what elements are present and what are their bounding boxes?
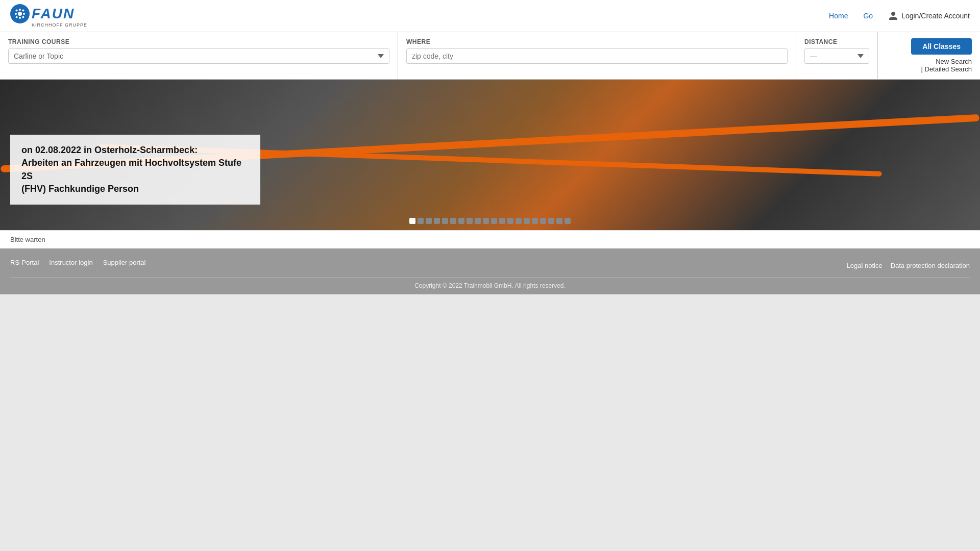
- footer-supplier-portal[interactable]: Supplier portal: [103, 259, 146, 266]
- hero-section: on 02.08.2022 in Osterholz-Scharmbeck:Ar…: [0, 80, 980, 230]
- hero-caption: on 02.08.2022 in Osterholz-Scharmbeck:Ar…: [10, 135, 260, 205]
- search-divider: | Detailed Search: [921, 65, 972, 73]
- search-actions: All Classes New Search | Detailed Search: [878, 32, 980, 79]
- status-text: Bitte warten: [10, 236, 45, 243]
- svg-point-8: [16, 16, 18, 18]
- carousel-dot-15[interactable]: [532, 218, 538, 224]
- site-footer: RS-Portal Instructor login Supplier port…: [0, 248, 980, 294]
- where-label: WHERE: [406, 38, 788, 45]
- carousel-dot-1[interactable]: [418, 218, 424, 224]
- footer-right-links: Legal notice Data protection declaration: [847, 262, 970, 269]
- carousel-dot-16[interactable]: [540, 218, 546, 224]
- footer-legal-notice[interactable]: Legal notice: [847, 262, 883, 269]
- logo-area: FAUN KIRCHHOFF GRUPPE: [10, 4, 87, 28]
- svg-point-3: [15, 13, 17, 15]
- training-course-section: Training Course Carline or Topic: [0, 32, 398, 79]
- status-bar: Bitte warten: [0, 230, 980, 248]
- carousel-dots: [409, 218, 571, 224]
- where-input[interactable]: [406, 48, 788, 64]
- footer-row: RS-Portal Instructor login Supplier port…: [10, 259, 970, 272]
- logo-icon: [14, 8, 26, 20]
- carousel-dot-3[interactable]: [434, 218, 440, 224]
- hero-caption-text: on 02.08.2022 in Osterholz-Scharmbeck:Ar…: [21, 144, 249, 195]
- training-course-label: Training Course: [8, 38, 389, 45]
- svg-point-2: [19, 17, 21, 19]
- logo-text: FAUN: [32, 6, 75, 22]
- carousel-dot-2[interactable]: [426, 218, 432, 224]
- detailed-search-link[interactable]: Detailed Search: [925, 65, 972, 73]
- carousel-dot-19[interactable]: [565, 218, 571, 224]
- new-search-link[interactable]: New Search: [936, 58, 972, 65]
- carousel-dot-18[interactable]: [556, 218, 562, 224]
- logo-circle: [10, 4, 30, 23]
- svg-point-0: [18, 12, 22, 16]
- account-label: Login/Create Account: [901, 12, 970, 20]
- carousel-dot-13[interactable]: [516, 218, 522, 224]
- where-section: WHERE: [398, 32, 796, 79]
- carousel-dot-6[interactable]: [458, 218, 464, 224]
- footer-rs-portal[interactable]: RS-Portal: [10, 259, 39, 266]
- carousel-dot-17[interactable]: [548, 218, 554, 224]
- carousel-dot-10[interactable]: [491, 218, 497, 224]
- svg-point-4: [23, 13, 25, 15]
- carousel-dot-12[interactable]: [507, 218, 513, 224]
- search-links: New Search | Detailed Search: [921, 58, 972, 73]
- carousel-dot-4[interactable]: [442, 218, 448, 224]
- carousel-dot-5[interactable]: [450, 218, 456, 224]
- search-bar: Training Course Carline or Topic WHERE D…: [0, 32, 980, 80]
- all-classes-button[interactable]: All Classes: [911, 38, 972, 55]
- carousel-dot-8[interactable]: [475, 218, 481, 224]
- carousel-dot-9[interactable]: [483, 218, 489, 224]
- carousel-dot-0[interactable]: [409, 218, 415, 224]
- nav-account[interactable]: Login/Create Account: [888, 11, 970, 21]
- footer-left-links: RS-Portal Instructor login Supplier port…: [10, 259, 145, 266]
- footer-copyright: Copyright © 2022 Trainmobil GmbH. All ri…: [10, 278, 970, 289]
- svg-point-7: [22, 10, 24, 12]
- svg-point-6: [22, 16, 24, 18]
- footer-data-protection[interactable]: Data protection declaration: [891, 262, 970, 269]
- carousel-dot-7[interactable]: [467, 218, 473, 224]
- training-course-select[interactable]: Carline or Topic: [8, 48, 389, 64]
- svg-point-5: [16, 10, 18, 12]
- carousel-dot-11[interactable]: [499, 218, 505, 224]
- distance-section: Distance ― 10 km 25 km 50 km 100 km 200 …: [796, 32, 878, 79]
- logo: FAUN: [10, 4, 75, 23]
- svg-point-1: [19, 9, 21, 11]
- distance-label: Distance: [804, 38, 869, 45]
- footer-instructor-login[interactable]: Instructor login: [49, 259, 92, 266]
- site-header: FAUN KIRCHHOFF GRUPPE Home Go Login/Crea…: [0, 0, 980, 32]
- logo-subtitle: KIRCHHOFF GRUPPE: [32, 22, 87, 28]
- nav-go[interactable]: Go: [863, 12, 873, 20]
- account-icon: [888, 11, 898, 21]
- carousel-dot-14[interactable]: [524, 218, 530, 224]
- main-nav: Home Go Login/Create Account: [829, 11, 970, 21]
- nav-home[interactable]: Home: [829, 12, 848, 20]
- distance-select[interactable]: ― 10 km 25 km 50 km 100 km 200 km: [804, 48, 869, 64]
